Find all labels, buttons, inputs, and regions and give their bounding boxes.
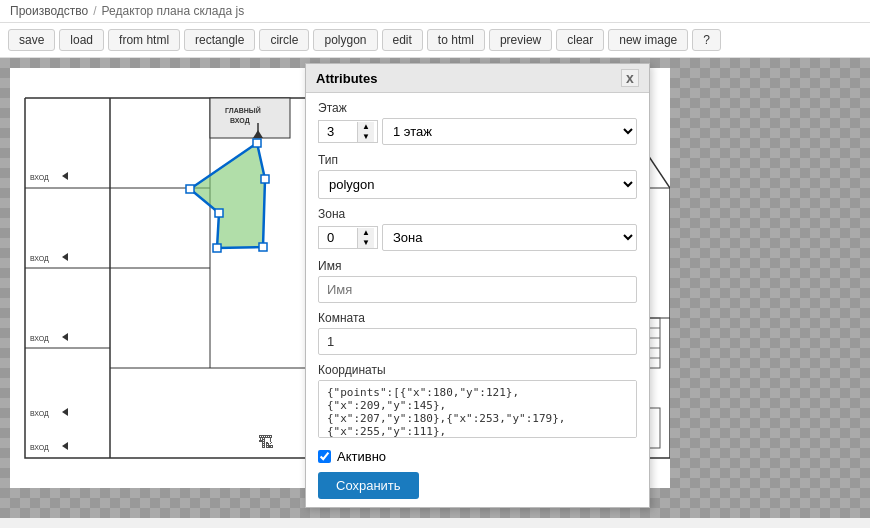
polygon-button[interactable]: polygon [313,29,377,51]
coords-field-group: Координаты {"points":[{"x":180,"y":121},… [318,363,637,441]
floor-select[interactable]: 1 этаж 2 этаж 3 этаж [382,118,637,145]
svg-rect-40 [215,209,223,217]
svg-rect-15 [210,98,290,138]
svg-text:ВХОД: ВХОД [30,410,49,418]
zone-label: Зона [318,207,637,221]
name-field-group: Имя [318,259,637,303]
floor-number-input[interactable]: ▲ ▼ [318,120,378,143]
svg-rect-43 [261,175,269,183]
svg-text:ВХОД: ВХОД [30,335,49,343]
zone-field-group: Зона ▲ ▼ Зона [318,207,637,251]
breadcrumb-root: Производство [10,4,88,18]
svg-text:ВХОД: ВХОД [30,444,49,452]
new-image-button[interactable]: new image [608,29,688,51]
close-button[interactable]: x [621,69,639,87]
zone-row: ▲ ▼ Зона [318,224,637,251]
type-label: Тип [318,153,637,167]
name-label: Имя [318,259,637,273]
zone-spin-down[interactable]: ▼ [358,238,374,248]
svg-rect-41 [213,244,221,252]
clear-button[interactable]: clear [556,29,604,51]
save-button[interactable]: save [8,29,55,51]
floor-spin-down[interactable]: ▼ [358,132,374,142]
svg-rect-39 [186,185,194,193]
breadcrumb: Производство / Редактор плана склада js [0,0,870,23]
panel-body: Этаж ▲ ▼ 1 этаж 2 этаж 3 этаж [306,93,649,507]
zone-select[interactable]: Зона [382,224,637,251]
zone-number-input[interactable]: ▲ ▼ [318,226,378,249]
save-button-panel[interactable]: Сохранить [318,472,419,499]
panel-header: Attributes x [306,64,649,93]
coords-textarea[interactable]: {"points":[{"x":180,"y":121},{"x":209,"y… [318,380,637,438]
name-input[interactable] [318,276,637,303]
active-row: Активно [318,449,637,464]
svg-text:ВХОД: ВХОД [30,174,49,182]
breadcrumb-current: Редактор плана склада js [102,4,245,18]
svg-text:ВХОД: ВХОД [30,255,49,263]
svg-rect-44 [253,139,261,147]
room-label: Комната [318,311,637,325]
svg-text:ВХОД: ВХОД [230,117,250,125]
coords-textarea-wrap: {"points":[{"x":180,"y":121},{"x":209,"y… [318,380,637,441]
svg-text:ГЛАВНЫЙ: ГЛАВНЫЙ [225,106,261,114]
main-area: ГЛАВНЫЙ ВХОД ВХОД ВХОД ВХОД ВХОД ВХОД W [0,58,870,518]
help-button[interactable]: ? [692,29,721,51]
rectangle-button[interactable]: rectangle [184,29,255,51]
to-html-button[interactable]: to html [427,29,485,51]
zone-spin-up[interactable]: ▲ [358,228,374,238]
svg-rect-42 [259,243,267,251]
edit-button[interactable]: edit [382,29,423,51]
room-input[interactable] [318,328,637,355]
circle-button[interactable]: circle [259,29,309,51]
floor-field-group: Этаж ▲ ▼ 1 этаж 2 этаж 3 этаж [318,101,637,145]
svg-text:🏗: 🏗 [258,434,274,451]
breadcrumb-separator: / [93,4,96,18]
active-checkbox[interactable] [318,450,331,463]
zone-spin-buttons: ▲ ▼ [357,228,374,248]
floor-spin-up[interactable]: ▲ [358,122,374,132]
room-field-group: Комната [318,311,637,355]
floor-row: ▲ ▼ 1 этаж 2 этаж 3 этаж [318,118,637,145]
attributes-panel: Attributes x Этаж ▲ ▼ 1 этаж [305,63,650,508]
load-button[interactable]: load [59,29,104,51]
floor-label: Этаж [318,101,637,115]
active-label: Активно [337,449,386,464]
zone-number-field[interactable] [319,227,357,248]
floor-spin-buttons: ▲ ▼ [357,122,374,142]
from-html-button[interactable]: from html [108,29,180,51]
toolbar: save load from html rectangle circle pol… [0,23,870,58]
panel-title: Attributes [316,71,377,86]
preview-button[interactable]: preview [489,29,552,51]
coords-label: Координаты [318,363,637,377]
type-field-group: Тип polygon rectangle circle text [318,153,637,199]
floor-number-field[interactable] [319,121,357,142]
type-select[interactable]: polygon rectangle circle text [318,170,637,199]
